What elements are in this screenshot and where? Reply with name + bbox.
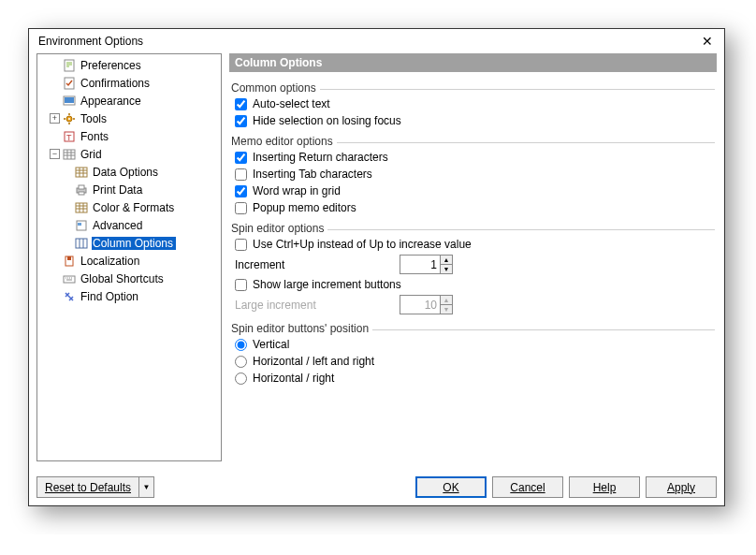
group-spin-editor: Spin editor options Use Ctrl+Up instead … <box>231 229 715 320</box>
tree-item-appearance[interactable]: Appearance <box>37 92 221 110</box>
tree-item-global-shortcuts[interactable]: Global Shortcuts <box>37 270 221 287</box>
svg-text:T: T <box>66 133 72 142</box>
globe-icon <box>62 254 77 269</box>
printer-icon <box>74 183 89 197</box>
checkbox-ctrl-up[interactable]: Use Ctrl+Up instead of Up to increase va… <box>235 236 711 253</box>
tree-item-find-option[interactable]: Find Option <box>37 287 221 305</box>
checkbox-hide-selection[interactable]: Hide selection on losing focus <box>235 112 711 129</box>
titlebar: Environment Options ✕ <box>29 29 724 51</box>
options-panel: Column Options Common options Auto-selec… <box>229 53 717 461</box>
ok-button[interactable]: OK <box>415 476 487 498</box>
tree-item-tools[interactable]: + Tools <box>37 110 221 127</box>
svg-rect-12 <box>79 192 84 195</box>
svg-point-5 <box>68 118 70 120</box>
dialog-footer: Reset to Defaults ▼ OK Cancel Help Apply <box>29 469 724 505</box>
environment-options-dialog: Environment Options ✕ Preferences C <box>28 28 725 506</box>
svg-rect-16 <box>76 239 87 248</box>
svg-rect-0 <box>65 60 74 71</box>
tree-item-print-data[interactable]: Print Data <box>37 181 221 198</box>
field-increment: Increment ▲ ▼ <box>235 253 711 276</box>
tree-item-advanced[interactable]: Advanced <box>37 216 221 234</box>
group-common-options: Common options Auto-select text Hide sel… <box>231 89 715 133</box>
apply-button[interactable]: Apply <box>646 476 717 498</box>
svg-rect-8 <box>64 150 75 159</box>
search-icon <box>62 289 77 304</box>
checkbox-popup-memo[interactable]: Popup memo editors <box>235 199 711 216</box>
chevron-down-icon[interactable]: ▼ <box>139 476 154 498</box>
help-button[interactable]: Help <box>569 476 640 498</box>
collapse-icon[interactable]: − <box>50 149 60 159</box>
grid-icon <box>62 147 77 162</box>
spin-up-icon[interactable]: ▲ <box>441 256 452 265</box>
tree-item-fonts[interactable]: T Fonts <box>37 127 221 145</box>
table-icon <box>74 200 89 215</box>
checkbox-insert-tab[interactable]: Inserting Tab characters <box>235 166 711 183</box>
group-spin-position: Spin editor buttons' position Vertical H… <box>231 329 715 390</box>
svg-rect-15 <box>78 223 81 226</box>
options-icon <box>74 218 89 233</box>
spin-up-icon: ▲ <box>441 296 452 305</box>
svg-rect-9 <box>76 168 87 177</box>
keyboard-icon <box>62 271 77 286</box>
radio-horizontal-lr[interactable]: Horizontal / left and right <box>235 353 711 370</box>
tree-item-column-options[interactable]: Column Options <box>37 234 221 252</box>
tree-item-confirmations[interactable]: Confirmations <box>37 74 221 92</box>
checkbox-word-wrap[interactable]: Word wrap in grid <box>235 183 711 199</box>
increment-stepper[interactable]: ▲ ▼ <box>400 255 453 274</box>
columns-icon <box>74 236 89 251</box>
tree-item-color-formats[interactable]: Color & Formats <box>37 198 221 216</box>
window-title: Environment Options <box>38 35 143 48</box>
spin-down-icon[interactable]: ▼ <box>441 265 452 273</box>
svg-rect-3 <box>65 97 74 103</box>
table-icon <box>74 165 89 180</box>
cancel-button[interactable]: Cancel <box>492 476 563 498</box>
svg-rect-18 <box>67 256 71 260</box>
tree-item-data-options[interactable]: Data Options <box>37 163 221 181</box>
field-large-increment: Large increment ▲ ▼ <box>235 293 711 316</box>
radio-horizontal-r[interactable]: Horizontal / right <box>235 370 711 387</box>
panel-title: Column Options <box>229 53 717 72</box>
confirm-icon <box>62 76 77 91</box>
close-icon[interactable]: ✕ <box>698 35 717 48</box>
checkbox-show-large[interactable]: Show large increment buttons <box>235 276 711 293</box>
gear-icon <box>62 111 77 126</box>
expand-icon[interactable]: + <box>50 113 60 124</box>
doc-icon <box>62 58 77 73</box>
dialog-body: Preferences Confirmations Appearance <box>29 51 724 469</box>
checkbox-auto-select[interactable]: Auto-select text <box>235 95 711 112</box>
display-icon <box>62 94 77 109</box>
nav-tree[interactable]: Preferences Confirmations Appearance <box>36 53 222 461</box>
spin-down-icon: ▼ <box>441 305 452 314</box>
radio-vertical[interactable]: Vertical <box>235 336 711 353</box>
tree-item-preferences[interactable]: Preferences <box>37 56 221 74</box>
checkbox-insert-return[interactable]: Inserting Return characters <box>235 149 711 166</box>
tree-item-localization[interactable]: Localization <box>37 252 221 270</box>
large-increment-stepper: ▲ ▼ <box>400 295 453 314</box>
group-memo-editor: Memo editor options Inserting Return cha… <box>231 142 715 220</box>
svg-rect-13 <box>76 203 87 212</box>
fonts-icon: T <box>62 129 77 144</box>
svg-rect-11 <box>79 185 84 189</box>
tree-item-grid[interactable]: − Grid <box>37 145 221 163</box>
reset-defaults-button[interactable]: Reset to Defaults ▼ <box>36 476 154 498</box>
